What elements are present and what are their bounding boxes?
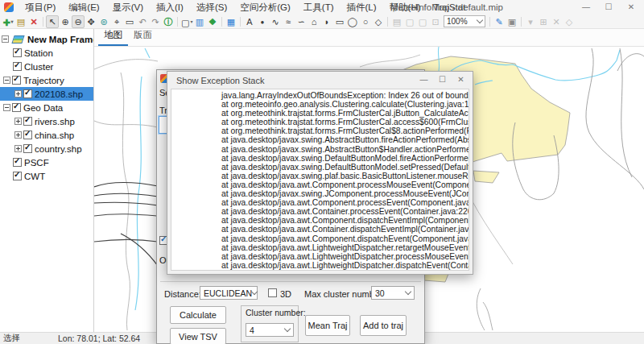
attribute-table-button[interactable]: ▥ (193, 15, 206, 28)
insert-image-button[interactable]: ▦ (225, 15, 237, 28)
draw-ellipse-button[interactable]: ○ (359, 15, 372, 28)
stack-line: at java.desktop/javax.swing.DefaultButto… (176, 163, 469, 172)
layer-checkbox[interactable] (23, 144, 32, 153)
layer-checkbox[interactable] (23, 117, 32, 126)
draw-point-button[interactable]: ● (256, 15, 269, 28)
legend-item-pscf[interactable]: PSCF (0, 155, 93, 169)
legend-panel[interactable]: New Map Frame Station Cluster Trajectory… (0, 29, 94, 332)
maximize-icon[interactable]: ☐ (597, 0, 620, 15)
stack-trace-panel[interactable]: java.lang.ArrayIndexOutOfBoundsException… (171, 89, 469, 271)
select-feature-button[interactable]: ▢ (180, 15, 193, 28)
threed-label: 3D (280, 289, 291, 299)
zoom-to-layer-button[interactable]: ⌖ (110, 15, 123, 28)
view-tsv-button[interactable]: View TSV (170, 328, 226, 344)
identify-button[interactable]: ⓘ (162, 15, 175, 28)
zoom-rectangle-button[interactable]: ▭ (123, 15, 136, 28)
minimize-icon[interactable]: — (415, 72, 433, 88)
menu-item[interactable]: 选择(S) (190, 0, 233, 15)
lasso-button[interactable]: ◇ (563, 15, 576, 28)
legend-item-geo-data[interactable]: Geo Data (0, 101, 93, 114)
full-extent-button[interactable]: ⊚ (97, 15, 110, 28)
layer-checkbox[interactable] (23, 131, 32, 139)
menu-item[interactable]: 空间分析(G) (233, 0, 297, 15)
expand-icon[interactable] (14, 145, 22, 152)
menu-item[interactable]: 显示(V) (106, 0, 150, 15)
pan-button[interactable]: ✥ (85, 15, 97, 28)
layer-checkbox[interactable] (23, 89, 32, 98)
undo-button[interactable]: ↶ (136, 15, 149, 28)
page-view-button[interactable]: ▢ (416, 15, 429, 28)
draw-rectangle-button[interactable]: ▭ (333, 15, 346, 28)
window-controls: — ☐ ✕ (575, 0, 642, 15)
label-button[interactable]: ❖ (206, 15, 219, 28)
threed-checkbox[interactable] (268, 288, 277, 297)
mean-traj-button[interactable]: Mean Traj (305, 315, 350, 336)
draw-curve-polygon-button[interactable]: ◗ (320, 15, 333, 28)
draw-curve-button[interactable]: ∽ (295, 15, 308, 28)
distance-value: EUCLIDEAN (204, 288, 252, 298)
layer-checkbox[interactable] (12, 76, 21, 85)
stack-line: at java.desktop/java.awt.Component.dispa… (176, 234, 469, 243)
transform-button[interactable]: ⊞ (537, 15, 550, 28)
export-image-button[interactable]: ⊡ (429, 15, 442, 28)
menu-item[interactable]: 插入(I) (150, 0, 190, 15)
calculate-button[interactable]: Calculate (170, 306, 226, 324)
legend-item-country-shp[interactable]: country.shp (0, 142, 93, 155)
layer-checkbox[interactable] (13, 62, 22, 71)
max-cluster-combo[interactable]: 30 (371, 286, 415, 300)
legend-item-202108-shp[interactable]: 202108.shp (0, 87, 93, 101)
toolbar-feature-group: ▢▥❖ (180, 15, 219, 28)
menu-item[interactable]: 工具(T) (297, 0, 341, 15)
edit-vertices-button[interactable]: ◇ (372, 15, 385, 28)
report-button[interactable]: ▤ (390, 15, 403, 28)
layer-checkbox[interactable] (13, 158, 22, 167)
legend-item-china-shp[interactable]: china.shp (0, 128, 93, 142)
collapse-icon[interactable] (3, 77, 10, 84)
menu-item[interactable]: 项目(P) (19, 0, 62, 15)
expand-icon[interactable] (14, 118, 22, 125)
delete-feature-button[interactable]: ✕ (550, 15, 563, 28)
tab-layout[interactable]: 版面 (128, 27, 158, 46)
zoom-in-button[interactable]: ⊕ (59, 15, 72, 28)
draw-polygon-button[interactable]: ⌂ (308, 15, 320, 28)
maximize-icon[interactable]: ☐ (433, 72, 452, 88)
open-file-button[interactable]: ▤ (14, 15, 27, 28)
draw-circle-button[interactable]: ◯ (346, 15, 359, 28)
save-button[interactable]: ▣ (506, 15, 518, 28)
minimize-icon[interactable]: — (575, 0, 597, 15)
select-arrow-button[interactable]: ↖ (46, 15, 59, 28)
menu-item[interactable]: 编辑(E) (62, 0, 105, 15)
add-to-traj-button[interactable]: Add to traj (360, 315, 407, 336)
legend-item-rivers-shp[interactable]: rivers.shp (0, 114, 93, 128)
legend-item-cluster[interactable]: Cluster (0, 60, 93, 73)
legend-item-new-map-frame[interactable]: New Map Frame (0, 32, 93, 46)
remove-layer-button[interactable]: ✕ (27, 15, 40, 28)
collapse-icon[interactable] (2, 35, 9, 43)
layer-checkbox[interactable] (13, 172, 22, 180)
zoom-level-combo[interactable]: 100% (444, 15, 485, 27)
draw-label-button[interactable]: A (243, 15, 256, 28)
close-icon[interactable]: ✕ (620, 0, 642, 15)
expand-icon[interactable] (14, 90, 22, 97)
page-setup-button[interactable]: ▢ (403, 15, 416, 28)
new-layer-button[interactable]: ✚ (2, 15, 14, 28)
distance-combo[interactable]: EUCLIDEAN (200, 286, 258, 300)
zoom-out-button[interactable]: ⊖ (72, 15, 85, 28)
draw-polyline-button[interactable]: ∿ (269, 15, 282, 28)
legend-item-cwt[interactable]: CWT (0, 169, 93, 183)
collapse-icon[interactable] (3, 104, 10, 111)
layer-checkbox[interactable] (13, 48, 22, 57)
tab-map[interactable]: 地图 (98, 27, 128, 46)
edit-pen-button[interactable]: ✎ (493, 15, 506, 28)
expand-icon[interactable] (14, 131, 22, 139)
chevron-down-icon (405, 288, 411, 295)
layer-checkbox[interactable] (12, 103, 21, 112)
dropdown-button[interactable]: ▾ (524, 15, 537, 28)
window-title: MeteoInfoMap - default.mip (346, 0, 547, 15)
cluster-number-combo[interactable]: 4 (246, 323, 294, 337)
legend-item-trajectory[interactable]: Trajectory (0, 73, 93, 87)
draw-freehand-button[interactable]: ≈ (282, 15, 295, 28)
legend-item-station[interactable]: Station (0, 46, 93, 60)
redo-button[interactable]: ↷ (149, 15, 162, 28)
close-icon[interactable]: ✕ (452, 72, 470, 88)
